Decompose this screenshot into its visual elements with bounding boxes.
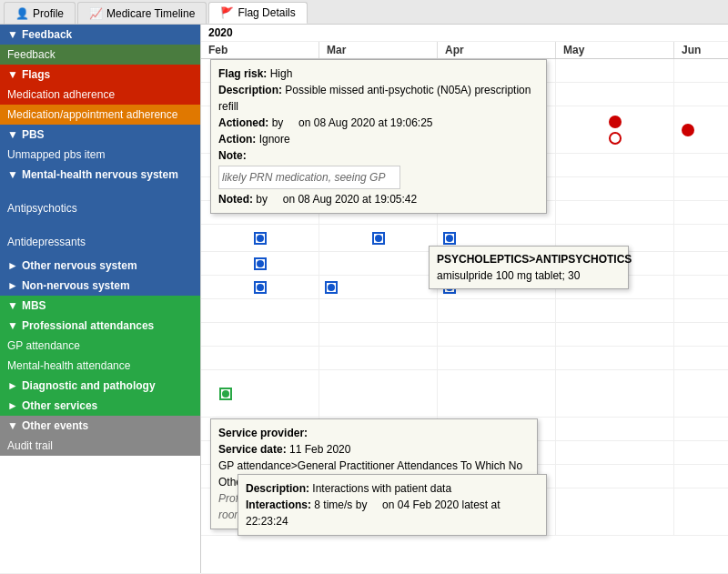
gp-row xyxy=(201,370,728,418)
chart-icon: 📈 xyxy=(89,7,103,20)
anti-mar-dot xyxy=(319,225,438,251)
gp-feb-dot xyxy=(201,370,319,417)
mbs-row xyxy=(201,347,728,370)
sidebar-flags-header[interactable]: ▼ Flags xyxy=(0,65,200,85)
tab-profile[interactable]: 👤 Profile xyxy=(4,2,76,24)
anti-dot-feb2[interactable] xyxy=(254,257,267,270)
sidebar-mbs-header[interactable]: ▼ MBS xyxy=(0,296,200,316)
month-headers: Feb Mar Apr May Jun xyxy=(201,42,728,59)
antidep-dot-mar[interactable] xyxy=(325,281,338,294)
sidebar-mental-header[interactable]: ▼ Mental-health nervous system xyxy=(0,165,200,185)
drug-popup: PSYCHOLEPTICS>ANTIPSYCHOTICS amisulpride… xyxy=(429,246,629,289)
note-area[interactable]: likely PRN medication, seeing GP xyxy=(218,166,400,189)
feedback-expand-icon: ▼ xyxy=(7,28,18,41)
sidebar-non-nervous-header[interactable]: ► Non-nervous system xyxy=(0,276,200,296)
profile-icon: 👤 xyxy=(15,7,29,20)
sidebar-feedback-header[interactable]: ▼ Feedback xyxy=(0,25,200,45)
mental-expand-icon: ▼ xyxy=(7,168,18,181)
pbs-expand-icon: ▼ xyxy=(7,128,18,141)
prof-expand-icon: ▼ xyxy=(7,319,18,332)
antidep-feb-dot xyxy=(201,276,319,298)
sidebar-other-nervous-header[interactable]: ► Other nervous system xyxy=(0,256,200,276)
audit-popup: Description: Interactions with patient d… xyxy=(238,474,547,536)
antidep-dot-feb[interactable] xyxy=(254,281,267,294)
month-feb: Feb xyxy=(201,42,319,58)
other-nervous-row xyxy=(201,299,728,323)
sidebar-item-gp[interactable]: GP attendance xyxy=(0,336,200,356)
sidebar-item-antidepressants[interactable]: Antidepressants xyxy=(0,232,200,256)
sidebar-other-services-header[interactable]: ► Other services xyxy=(0,396,200,416)
flags-expand-icon: ▼ xyxy=(7,68,18,81)
antidep-mar-dot xyxy=(319,276,438,298)
month-mar: Mar xyxy=(319,42,438,58)
anti-dot-feb[interactable] xyxy=(254,232,267,245)
flag-icon: 🚩 xyxy=(220,6,234,19)
anti-dot-mar[interactable] xyxy=(372,232,385,245)
med-dot-2[interactable] xyxy=(609,132,622,145)
non-nervous-row xyxy=(201,323,728,347)
tab-flag-details[interactable]: 🚩 Flag Details xyxy=(208,2,307,24)
top-tabs: 👤 Profile 📈 Medicare Timeline 🚩 Flag Det… xyxy=(0,0,728,25)
anti-dot-apr[interactable] xyxy=(443,232,456,245)
tab-medicare-timeline[interactable]: 📈 Medicare Timeline xyxy=(77,2,207,24)
diagnostic-expand-icon: ► xyxy=(7,379,18,392)
sidebar-item-antipsychotics[interactable]: Antipsychotics xyxy=(0,185,200,232)
sidebar-item-feedback[interactable]: Feedback xyxy=(0,45,200,65)
med-dot-1[interactable] xyxy=(609,116,622,128)
month-apr: Apr xyxy=(438,42,556,58)
year-label: 2020 xyxy=(201,25,728,42)
month-may: May xyxy=(556,42,674,58)
sidebar-diagnostic-header[interactable]: ► Diagnostic and pathology xyxy=(0,376,200,396)
non-nervous-expand-icon: ► xyxy=(7,279,18,292)
sidebar-prof-header[interactable]: ▼ Professional attendances xyxy=(0,316,200,336)
may-med-dots xyxy=(556,106,674,153)
other-events-expand-icon: ▼ xyxy=(7,419,18,432)
month-jun: Jun xyxy=(674,42,728,58)
other-nervous-expand-icon: ► xyxy=(7,259,18,272)
timeline-inner: 2020 Feb Mar Apr May Jun Flag risk: High xyxy=(201,25,728,536)
gp-dot-feb[interactable] xyxy=(219,388,232,400)
timeline-body: Flag risk: High Description: Possible mi… xyxy=(201,59,728,536)
mbs-expand-icon: ▼ xyxy=(7,299,18,312)
other-services-expand-icon: ► xyxy=(7,399,18,412)
main-layout: ▼ Feedback Feedback ▼ Flags Medication a… xyxy=(0,25,728,573)
sidebar-other-events-header[interactable]: ▼ Other events xyxy=(0,416,200,436)
med-dot-3[interactable] xyxy=(682,124,694,136)
jun-med-dots xyxy=(674,106,728,153)
sidebar-item-mental-attend[interactable]: Mental-health attendance xyxy=(0,356,200,376)
timeline-content: 2020 Feb Mar Apr May Jun Flag risk: High xyxy=(201,25,728,573)
anti2-feb-dot xyxy=(201,252,319,275)
sidebar: ▼ Feedback Feedback ▼ Flags Medication a… xyxy=(0,25,201,573)
sidebar-pbs-header[interactable]: ▼ PBS xyxy=(0,125,200,145)
sidebar-item-unmapped[interactable]: Unmapped pbs item xyxy=(0,145,200,165)
anti-feb-dot xyxy=(201,225,319,251)
sidebar-item-audit[interactable]: Audit trail xyxy=(0,436,200,456)
flag-popup: Flag risk: High Description: Possible mi… xyxy=(210,59,547,214)
sidebar-item-medication-adherence[interactable]: Medication adherence xyxy=(0,85,200,105)
sidebar-item-med-appt[interactable]: Medication/appointment adherence xyxy=(0,105,200,125)
